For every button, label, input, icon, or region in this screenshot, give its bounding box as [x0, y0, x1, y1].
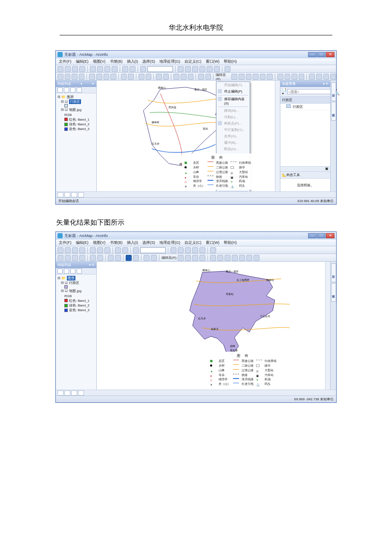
- menu-bookmarks[interactable]: 书签(B): [109, 59, 124, 64]
- sketch-2[interactable]: [246, 255, 252, 261]
- rotate-tool[interactable]: [309, 74, 315, 80]
- map-vertical-scrollbar[interactable]: [275, 81, 280, 191]
- measure-button[interactable]: [173, 74, 179, 80]
- toc-root[interactable]: ⊟ 📁 图层: [58, 95, 95, 99]
- search-icon-2[interactable]: [192, 247, 198, 253]
- copy-button[interactable]: [97, 66, 103, 72]
- list-by-drawing-order-icon[interactable]: [58, 87, 63, 92]
- refresh-button[interactable]: [71, 192, 77, 197]
- delete-button[interactable]: [112, 66, 118, 72]
- modelbuilder-icon[interactable]: [214, 66, 220, 72]
- toc-close-icon[interactable]: ✕: [92, 82, 95, 86]
- undo-button[interactable]: [122, 66, 128, 72]
- help-icon-2[interactable]: [210, 247, 216, 253]
- refresh-2[interactable]: [71, 390, 77, 396]
- menu2-selection[interactable]: 选择(S): [141, 240, 156, 246]
- go-to-xy-button[interactable]: [163, 74, 169, 80]
- hyperlink-2[interactable]: [151, 255, 157, 261]
- filter-icon[interactable]: 📑▾: [282, 88, 286, 95]
- map-canvas[interactable]: 横岭山 毫店—眉岩 南岭站 民和县 碾米村 富岗 平江永河 石关乡 南眉河村 开…: [97, 81, 275, 191]
- back-extent-2[interactable]: [90, 255, 96, 261]
- vertices-2[interactable]: [210, 255, 216, 261]
- toc2-symbol[interactable]: [64, 285, 95, 289]
- toc-mode-1[interactable]: [58, 269, 63, 274]
- save-button-2[interactable]: [72, 247, 78, 253]
- close-button-2[interactable]: ✕: [326, 233, 334, 238]
- panel-resize-handle[interactable]: ▣: [280, 166, 330, 171]
- arccatalog-tab[interactable]: 目录: [331, 82, 336, 101]
- split-2[interactable]: [225, 255, 231, 261]
- paste-button[interactable]: [104, 66, 110, 72]
- cut-button-2[interactable]: [90, 247, 96, 253]
- panel-pin-icon[interactable]: ▾ ✕: [323, 82, 329, 86]
- zoom-in-2[interactable]: [58, 255, 63, 261]
- menu-customize[interactable]: 自定义(C): [183, 59, 203, 64]
- menu2-geoprocessing[interactable]: 地理处理(G): [158, 240, 182, 246]
- select-features[interactable]: [121, 74, 127, 80]
- menu-geoprocessing[interactable]: 地理处理(G): [158, 59, 182, 64]
- list-by-selection-icon[interactable]: [77, 87, 82, 92]
- minimize-button[interactable]: —: [308, 52, 317, 57]
- menu-windows[interactable]: 窗口(W): [205, 59, 221, 64]
- fixed-zoom-in[interactable]: [89, 74, 95, 80]
- full-extent-button[interactable]: [79, 74, 85, 80]
- toc-layer-xingzhengqu[interactable]: ⊟ ☑ 行政区: [61, 99, 95, 104]
- identify-button[interactable]: [146, 74, 152, 80]
- new-button-2[interactable]: [58, 247, 63, 253]
- html-popup-button[interactable]: [188, 74, 194, 80]
- layout-view-tab-2[interactable]: [64, 390, 70, 396]
- menu-stop-editing[interactable]: 停止编辑(P): [216, 88, 250, 95]
- template-search-input[interactable]: [287, 89, 334, 94]
- print-button[interactable]: [79, 66, 85, 72]
- split-tool[interactable]: [299, 74, 305, 80]
- straight-segment[interactable]: [246, 74, 252, 80]
- save-button[interactable]: [72, 66, 78, 72]
- toc-mode-4[interactable]: [77, 269, 82, 274]
- undo-button-2[interactable]: [115, 247, 121, 253]
- clear-selection[interactable]: [128, 74, 134, 80]
- create-features-2[interactable]: [254, 255, 259, 261]
- copy-button-2[interactable]: [97, 247, 103, 253]
- select-elements[interactable]: [138, 74, 144, 80]
- minimize-button-2[interactable]: —: [308, 233, 317, 238]
- find-button[interactable]: [156, 74, 162, 80]
- select-elements-2[interactable]: [115, 255, 121, 261]
- menu-help[interactable]: 帮助(H): [222, 59, 238, 64]
- trace-tool[interactable]: [260, 74, 266, 80]
- close-button[interactable]: ✕: [326, 52, 334, 57]
- pause-drawing-button[interactable]: [78, 192, 84, 197]
- reshape-tool[interactable]: [285, 74, 291, 80]
- toc-layer-ditu[interactable]: ⊟ ☑ 地图.jpg: [61, 107, 95, 112]
- straight-segment-2[interactable]: [185, 255, 191, 261]
- menu2-bookmarks[interactable]: 书签(B): [109, 240, 124, 246]
- menu-insert[interactable]: 插入(I): [126, 59, 140, 64]
- search-icon[interactable]: [199, 66, 205, 72]
- list-by-visibility-icon[interactable]: [70, 87, 75, 92]
- map-canvas-2[interactable]: 横岭山 毫店—眉岩 圭上地用房 南岭站 李家站 干江永河 石关乡 命家关 碧峰 …: [97, 262, 325, 390]
- paste-button-2[interactable]: [104, 247, 110, 253]
- catalog-tab-2[interactable]: 目录: [331, 263, 336, 282]
- toc2-ditu[interactable]: ⊟ ☑ 地图.jpg: [61, 289, 95, 293]
- menu2-file[interactable]: 文件(F): [58, 240, 73, 246]
- add-data-button-2[interactable]: [133, 247, 139, 253]
- menu2-customize[interactable]: 自定义(C): [183, 240, 203, 246]
- sketch-properties[interactable]: [323, 74, 329, 80]
- menu2-insert[interactable]: 插入(I): [126, 240, 140, 246]
- find-2[interactable]: [133, 255, 139, 261]
- toc-mode-3[interactable]: [70, 269, 75, 274]
- template-item[interactable]: 行政区: [280, 104, 330, 110]
- menu-file[interactable]: 文件(F): [58, 59, 73, 64]
- menu2-help[interactable]: 帮助(H): [222, 240, 238, 246]
- menu-edit[interactable]: 编辑(E): [75, 59, 90, 64]
- identify-2-active[interactable]: [126, 255, 132, 261]
- hyperlink-button[interactable]: [181, 74, 187, 80]
- forward-extent[interactable]: [110, 74, 116, 80]
- zoom-out-2[interactable]: [65, 255, 71, 261]
- redo-button[interactable]: [130, 66, 135, 72]
- python-icon[interactable]: [207, 66, 213, 72]
- edit-tool[interactable]: [231, 74, 237, 80]
- catalog-icon-2[interactable]: [185, 247, 191, 253]
- reshape-2[interactable]: [217, 255, 223, 261]
- toc-icon[interactable]: [185, 66, 191, 72]
- menu2-view[interactable]: 视图(V): [92, 240, 107, 246]
